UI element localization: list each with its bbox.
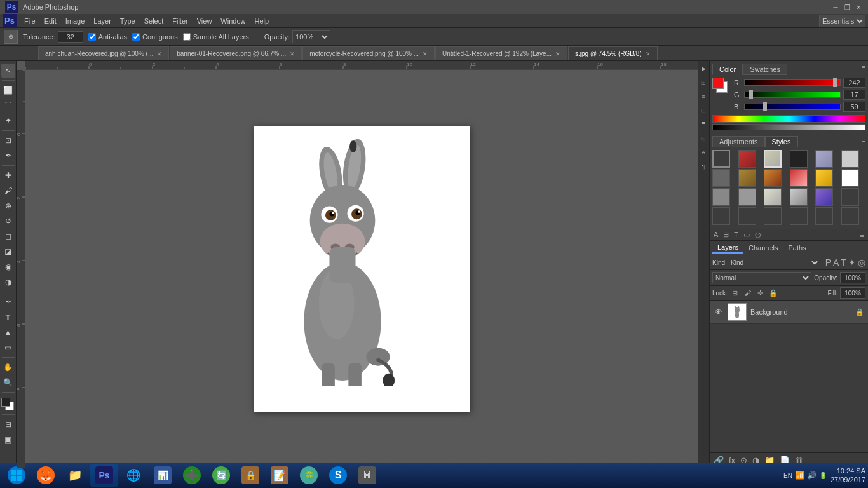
layers-icon-2[interactable]: ⊟ xyxy=(723,231,729,239)
style-17[interactable] xyxy=(841,188,859,206)
filter-icon-1[interactable]: P xyxy=(825,257,831,268)
app7-button[interactable]: 🔄 xyxy=(207,464,235,487)
tool-crop[interactable]: ⊡ xyxy=(1,133,15,147)
tool-blur[interactable]: ◉ xyxy=(1,260,15,274)
adj-panel-menu[interactable]: ≡ xyxy=(862,136,865,147)
app5-button[interactable]: 📊 xyxy=(149,464,177,487)
style-1[interactable] xyxy=(738,150,756,168)
layers-icon-5[interactable]: ◎ xyxy=(755,231,761,239)
menu-help[interactable]: Help xyxy=(250,16,273,26)
style-empty-6[interactable] xyxy=(841,207,859,225)
style-5[interactable] xyxy=(841,150,859,168)
blend-mode-select[interactable]: Normal xyxy=(712,272,811,283)
tab-color[interactable]: Color xyxy=(712,64,743,75)
close-tab-3[interactable]: ✕ xyxy=(423,51,428,57)
chrome-button[interactable]: 🌐 xyxy=(119,464,147,487)
layers-icon-3[interactable]: T xyxy=(734,231,738,239)
b-value-input[interactable]: 59 xyxy=(843,102,865,112)
filter-icon-3[interactable]: T xyxy=(841,257,846,268)
strip-btn-8[interactable]: ¶ xyxy=(698,161,709,172)
clock[interactable]: 10:24 SA 27/09/2017 xyxy=(831,466,865,485)
style-16[interactable] xyxy=(815,188,833,206)
close-tab-2[interactable]: ✕ xyxy=(290,51,295,57)
tool-pen[interactable]: ✒ xyxy=(1,295,15,309)
tool-text[interactable]: T xyxy=(1,310,15,324)
close-tab-4[interactable]: ✕ xyxy=(555,51,560,57)
style-empty-3[interactable] xyxy=(764,207,782,225)
style-empty-1[interactable] xyxy=(712,207,730,225)
tool-eraser[interactable]: ◻ xyxy=(1,229,15,243)
style-6[interactable] xyxy=(712,169,730,187)
menu-layer[interactable]: Layer xyxy=(90,16,115,26)
tab-banner[interactable]: banner-01-Recovered.png @ 66.7% ... ✕ xyxy=(170,46,302,60)
tool-dodge[interactable]: ◑ xyxy=(1,275,15,289)
close-tab-5[interactable]: ✕ xyxy=(646,51,651,57)
g-slider[interactable] xyxy=(749,90,753,99)
language-indicator[interactable]: EN xyxy=(783,472,792,479)
tool-eyedropper[interactable]: ✒ xyxy=(1,149,15,163)
tool-shape[interactable]: ▭ xyxy=(1,341,15,355)
style-none[interactable] xyxy=(712,150,730,168)
volume-icon[interactable]: 🔊 xyxy=(807,471,817,480)
contiguous-checkbox[interactable] xyxy=(132,33,140,41)
layers-panel-menu[interactable]: ≡ xyxy=(860,231,864,239)
layer-background[interactable]: 👁 Background 🔒 xyxy=(710,301,868,324)
menu-view[interactable]: View xyxy=(193,16,216,26)
menu-type[interactable]: Type xyxy=(116,16,139,26)
menu-image[interactable]: Image xyxy=(62,16,89,26)
strip-btn-7[interactable]: A xyxy=(698,147,709,158)
firefox-button[interactable]: 🦊 xyxy=(32,464,60,487)
photoshop-button[interactable]: Ps xyxy=(90,464,118,487)
tool-lasso[interactable]: ⌒ xyxy=(1,98,15,112)
lock-all[interactable]: 🔒 xyxy=(768,288,778,298)
strip-btn-3[interactable]: ≡ xyxy=(698,92,709,102)
tool-screen-mode[interactable]: ▣ xyxy=(1,433,15,447)
tool-gradient[interactable]: ◪ xyxy=(1,245,15,259)
network-icon[interactable]: 📶 xyxy=(795,471,804,480)
calc-button[interactable]: 🖩 xyxy=(353,464,381,487)
tool-stamp[interactable]: ⊕ xyxy=(1,199,15,213)
r-slider[interactable] xyxy=(833,78,837,87)
g-value-input[interactable]: 17 xyxy=(843,90,865,100)
layer-visibility-toggle[interactable]: 👁 xyxy=(714,307,724,317)
style-15[interactable] xyxy=(790,188,808,206)
b-slider[interactable] xyxy=(763,102,767,111)
fill-value-input[interactable]: 100% xyxy=(840,287,865,299)
antialias-checkbox[interactable] xyxy=(88,33,96,41)
menu-file[interactable]: File xyxy=(20,16,39,26)
lock-position[interactable]: ✛ xyxy=(756,288,766,298)
tab-adjustments[interactable]: Adjustments xyxy=(712,136,765,147)
strip-btn-5[interactable]: ≣ xyxy=(698,119,709,130)
strip-btn-2[interactable]: ⊞ xyxy=(698,78,709,88)
close-button[interactable]: ✕ xyxy=(854,3,863,11)
style-13[interactable] xyxy=(738,188,756,206)
tool-quick-mask[interactable]: ⊟ xyxy=(1,417,15,431)
menu-edit[interactable]: Edit xyxy=(41,16,60,26)
tool-arrow[interactable]: ↖ xyxy=(1,64,15,78)
explorer-button[interactable]: 📁 xyxy=(61,464,89,487)
menu-select[interactable]: Select xyxy=(140,16,168,26)
tab-layers[interactable]: Layers xyxy=(712,242,743,254)
tab-paths[interactable]: Paths xyxy=(783,243,811,253)
filter-icon-2[interactable]: A xyxy=(833,257,839,268)
filter-icon-5[interactable]: ◎ xyxy=(858,257,865,268)
tab-styles[interactable]: Styles xyxy=(765,136,798,147)
style-7[interactable] xyxy=(738,169,756,187)
style-3[interactable] xyxy=(790,150,808,168)
tool-heal[interactable]: ✚ xyxy=(1,168,15,182)
skype-button[interactable]: S xyxy=(324,464,352,487)
menu-window[interactable]: Window xyxy=(217,16,249,26)
maximize-button[interactable]: ❐ xyxy=(843,3,851,11)
tool-zoom[interactable]: 🔍 xyxy=(1,376,15,390)
filter-icon-4[interactable]: ✦ xyxy=(848,257,856,268)
workspace-select[interactable]: Essentials xyxy=(819,15,865,27)
tab-swatches[interactable]: Swatches xyxy=(743,64,787,75)
window-controls[interactable]: ─ ❐ ✕ xyxy=(831,3,863,11)
style-empty-5[interactable] xyxy=(815,207,833,225)
tool-history[interactable]: ↺ xyxy=(1,214,15,228)
tolerance-input[interactable]: 32 xyxy=(58,31,83,43)
foreground-color[interactable] xyxy=(1,398,10,407)
strip-btn-6[interactable]: ⊟ xyxy=(698,133,709,144)
style-2[interactable] xyxy=(764,150,782,168)
style-8[interactable] xyxy=(764,169,782,187)
